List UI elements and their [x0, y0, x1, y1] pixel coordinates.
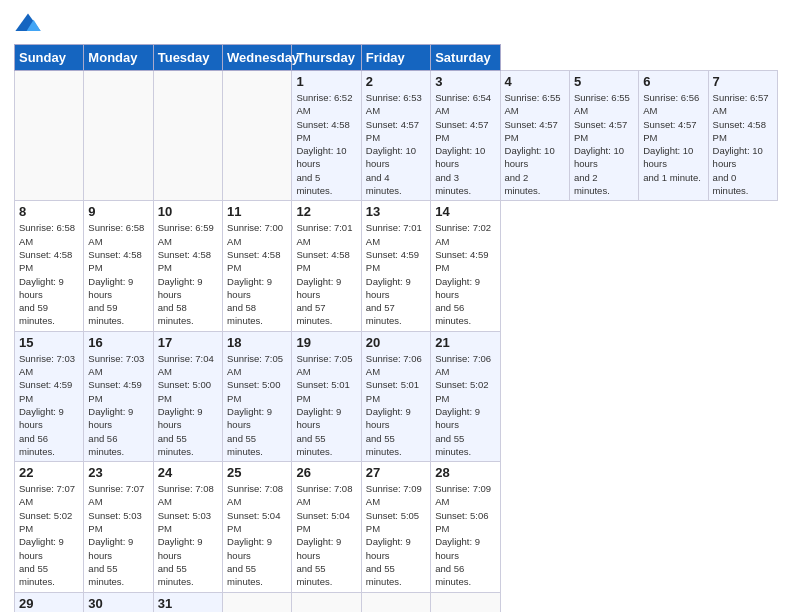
day-number: 12 [296, 204, 356, 219]
day-number: 3 [435, 74, 495, 89]
day-info: Sunrise: 7:09 AM Sunset: 5:06 PM Dayligh… [435, 482, 495, 588]
day-cell: 31Sunrise: 7:10 AM Sunset: 5:08 PM Dayli… [153, 592, 222, 612]
day-info: Sunrise: 7:03 AM Sunset: 4:59 PM Dayligh… [88, 352, 148, 458]
logo-icon [14, 10, 42, 38]
day-cell: 22Sunrise: 7:07 AM Sunset: 5:02 PM Dayli… [15, 462, 84, 592]
day-info: Sunrise: 7:03 AM Sunset: 4:59 PM Dayligh… [19, 352, 79, 458]
week-row-1: 1Sunrise: 6:52 AM Sunset: 4:58 PM Daylig… [15, 71, 778, 201]
day-cell: 27Sunrise: 7:09 AM Sunset: 5:05 PM Dayli… [361, 462, 430, 592]
day-cell: 25Sunrise: 7:08 AM Sunset: 5:04 PM Dayli… [223, 462, 292, 592]
day-number: 11 [227, 204, 287, 219]
header-cell-wednesday: Wednesday [223, 45, 292, 71]
header-cell-saturday: Saturday [431, 45, 500, 71]
day-cell: 30Sunrise: 7:10 AM Sunset: 5:07 PM Dayli… [84, 592, 153, 612]
day-cell: 23Sunrise: 7:07 AM Sunset: 5:03 PM Dayli… [84, 462, 153, 592]
day-info: Sunrise: 7:07 AM Sunset: 5:03 PM Dayligh… [88, 482, 148, 588]
day-info: Sunrise: 6:57 AM Sunset: 4:58 PM Dayligh… [713, 91, 773, 197]
day-number: 13 [366, 204, 426, 219]
day-info: Sunrise: 7:08 AM Sunset: 5:04 PM Dayligh… [296, 482, 356, 588]
day-cell: 12Sunrise: 7:01 AM Sunset: 4:58 PM Dayli… [292, 201, 361, 331]
day-number: 26 [296, 465, 356, 480]
day-cell: 11Sunrise: 7:00 AM Sunset: 4:58 PM Dayli… [223, 201, 292, 331]
week-row-3: 15Sunrise: 7:03 AM Sunset: 4:59 PM Dayli… [15, 331, 778, 461]
day-number: 14 [435, 204, 495, 219]
day-info: Sunrise: 6:58 AM Sunset: 4:58 PM Dayligh… [88, 221, 148, 327]
day-cell: 7Sunrise: 6:57 AM Sunset: 4:58 PM Daylig… [708, 71, 777, 201]
day-cell: 10Sunrise: 6:59 AM Sunset: 4:58 PM Dayli… [153, 201, 222, 331]
day-number: 8 [19, 204, 79, 219]
day-cell: 20Sunrise: 7:06 AM Sunset: 5:01 PM Dayli… [361, 331, 430, 461]
day-number: 9 [88, 204, 148, 219]
day-info: Sunrise: 7:08 AM Sunset: 5:03 PM Dayligh… [158, 482, 218, 588]
day-info: Sunrise: 7:07 AM Sunset: 5:02 PM Dayligh… [19, 482, 79, 588]
header-cell-tuesday: Tuesday [153, 45, 222, 71]
day-cell: 28Sunrise: 7:09 AM Sunset: 5:06 PM Dayli… [431, 462, 500, 592]
day-cell: 4Sunrise: 6:55 AM Sunset: 4:57 PM Daylig… [500, 71, 569, 201]
day-cell [223, 592, 292, 612]
day-cell: 21Sunrise: 7:06 AM Sunset: 5:02 PM Dayli… [431, 331, 500, 461]
day-number: 23 [88, 465, 148, 480]
day-cell: 13Sunrise: 7:01 AM Sunset: 4:59 PM Dayli… [361, 201, 430, 331]
header-cell-monday: Monday [84, 45, 153, 71]
day-cell [223, 71, 292, 201]
day-number: 10 [158, 204, 218, 219]
day-cell: 1Sunrise: 6:52 AM Sunset: 4:58 PM Daylig… [292, 71, 361, 201]
day-cell [153, 71, 222, 201]
day-number: 30 [88, 596, 148, 611]
day-cell: 16Sunrise: 7:03 AM Sunset: 4:59 PM Dayli… [84, 331, 153, 461]
day-number: 7 [713, 74, 773, 89]
day-number: 20 [366, 335, 426, 350]
calendar-body: 1Sunrise: 6:52 AM Sunset: 4:58 PM Daylig… [15, 71, 778, 613]
day-number: 1 [296, 74, 356, 89]
day-info: Sunrise: 6:55 AM Sunset: 4:57 PM Dayligh… [505, 91, 565, 197]
week-row-4: 22Sunrise: 7:07 AM Sunset: 5:02 PM Dayli… [15, 462, 778, 592]
day-info: Sunrise: 7:05 AM Sunset: 5:00 PM Dayligh… [227, 352, 287, 458]
day-info: Sunrise: 7:04 AM Sunset: 5:00 PM Dayligh… [158, 352, 218, 458]
page-container: SundayMondayTuesdayWednesdayThursdayFrid… [0, 0, 792, 612]
day-info: Sunrise: 6:56 AM Sunset: 4:57 PM Dayligh… [643, 91, 703, 184]
header-row: SundayMondayTuesdayWednesdayThursdayFrid… [15, 45, 778, 71]
day-number: 28 [435, 465, 495, 480]
day-cell [15, 71, 84, 201]
day-number: 19 [296, 335, 356, 350]
day-info: Sunrise: 7:06 AM Sunset: 5:01 PM Dayligh… [366, 352, 426, 458]
day-cell: 9Sunrise: 6:58 AM Sunset: 4:58 PM Daylig… [84, 201, 153, 331]
calendar-table: SundayMondayTuesdayWednesdayThursdayFrid… [14, 44, 778, 612]
day-cell: 5Sunrise: 6:55 AM Sunset: 4:57 PM Daylig… [569, 71, 638, 201]
day-cell [361, 592, 430, 612]
day-cell: 26Sunrise: 7:08 AM Sunset: 5:04 PM Dayli… [292, 462, 361, 592]
day-cell [292, 592, 361, 612]
week-row-5: 29Sunrise: 7:09 AM Sunset: 5:06 PM Dayli… [15, 592, 778, 612]
day-number: 15 [19, 335, 79, 350]
day-number: 21 [435, 335, 495, 350]
day-info: Sunrise: 6:59 AM Sunset: 4:58 PM Dayligh… [158, 221, 218, 327]
day-info: Sunrise: 7:08 AM Sunset: 5:04 PM Dayligh… [227, 482, 287, 588]
header-cell-sunday: Sunday [15, 45, 84, 71]
logo [14, 10, 46, 38]
day-cell: 8Sunrise: 6:58 AM Sunset: 4:58 PM Daylig… [15, 201, 84, 331]
day-info: Sunrise: 6:52 AM Sunset: 4:58 PM Dayligh… [296, 91, 356, 197]
day-info: Sunrise: 6:53 AM Sunset: 4:57 PM Dayligh… [366, 91, 426, 197]
day-number: 16 [88, 335, 148, 350]
day-info: Sunrise: 6:54 AM Sunset: 4:57 PM Dayligh… [435, 91, 495, 197]
day-cell: 6Sunrise: 6:56 AM Sunset: 4:57 PM Daylig… [639, 71, 708, 201]
day-cell: 18Sunrise: 7:05 AM Sunset: 5:00 PM Dayli… [223, 331, 292, 461]
header-cell-friday: Friday [361, 45, 430, 71]
day-number: 4 [505, 74, 565, 89]
week-row-2: 8Sunrise: 6:58 AM Sunset: 4:58 PM Daylig… [15, 201, 778, 331]
day-cell: 15Sunrise: 7:03 AM Sunset: 4:59 PM Dayli… [15, 331, 84, 461]
day-info: Sunrise: 7:09 AM Sunset: 5:05 PM Dayligh… [366, 482, 426, 588]
day-info: Sunrise: 7:01 AM Sunset: 4:58 PM Dayligh… [296, 221, 356, 327]
day-number: 22 [19, 465, 79, 480]
day-number: 6 [643, 74, 703, 89]
day-info: Sunrise: 6:55 AM Sunset: 4:57 PM Dayligh… [574, 91, 634, 197]
calendar-header: SundayMondayTuesdayWednesdayThursdayFrid… [15, 45, 778, 71]
header [14, 10, 778, 38]
day-cell: 14Sunrise: 7:02 AM Sunset: 4:59 PM Dayli… [431, 201, 500, 331]
day-number: 29 [19, 596, 79, 611]
day-info: Sunrise: 6:58 AM Sunset: 4:58 PM Dayligh… [19, 221, 79, 327]
day-number: 31 [158, 596, 218, 611]
day-cell: 19Sunrise: 7:05 AM Sunset: 5:01 PM Dayli… [292, 331, 361, 461]
day-number: 5 [574, 74, 634, 89]
day-number: 24 [158, 465, 218, 480]
